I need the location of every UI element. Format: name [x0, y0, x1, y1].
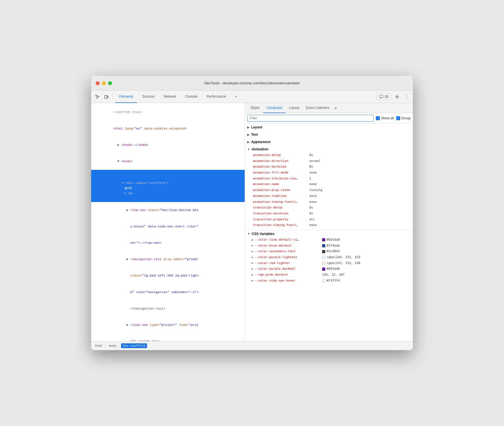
breadcrumb-scaffold[interactable]: div.scaffold — [121, 343, 147, 348]
maximize-button[interactable] — [108, 81, 112, 85]
animation-arrow-icon: ▼ — [247, 148, 250, 151]
css-section-text: ▶ Text — [245, 131, 413, 138]
appearance-arrow-icon: ▶ — [247, 140, 249, 144]
prop-animation-duration[interactable]: animation-duration 0s — [245, 164, 413, 170]
svg-rect-0 — [105, 95, 107, 98]
var-color-purple-lightest[interactable]: ▶ --color-purple-lightest rgba(243, 232,… — [245, 254, 413, 260]
css-variables-section: ▼ CSS Variables ▶ --color-link-default-v… — [245, 230, 413, 284]
html-line-scaffold[interactable]: … ▼ <div class="scaffold"> grid == $0 — [91, 170, 245, 202]
svg-rect-2 — [380, 95, 383, 98]
close-button[interactable] — [96, 81, 100, 85]
tab-styles[interactable]: Styles — [247, 103, 263, 113]
section-header-css-variables[interactable]: ▼ CSS Variables — [245, 231, 413, 237]
prop-animation-delay[interactable]: animation-delay 0s — [245, 152, 413, 158]
tab-sources[interactable]: Sources — [138, 91, 159, 103]
prop-transition-timing[interactable]: transition-timing-funct… ease — [245, 222, 413, 228]
traffic-lights — [96, 81, 112, 85]
tab-network[interactable]: Network — [160, 91, 180, 103]
feedback-button[interactable]: 15 — [376, 93, 391, 100]
prop-animation-fill-mode[interactable]: animation-fill-mode none — [245, 170, 413, 176]
var-color-link[interactable]: ▶ --color-link-default-vi… #681da8 — [245, 237, 413, 243]
color-swatch — [322, 250, 325, 253]
breadcrumb-body[interactable]: body — [107, 343, 118, 348]
more-tabs-button[interactable]: » — [231, 91, 241, 103]
var-color-red-lighter[interactable]: ▶ --color-red-lighter rgba(252, 232, 230 — [245, 260, 413, 266]
html-line-sidenav[interactable]: ▶ <side-nav type="project" view="proj — [91, 317, 245, 333]
html-line-head[interactable]: ▶ <head>…</head> — [91, 137, 245, 153]
color-swatch — [322, 279, 325, 282]
inspect-element-button[interactable] — [93, 93, 101, 101]
var-expand-icon: ▶ — [252, 255, 253, 260]
svg-rect-1 — [107, 96, 108, 98]
var-color-secondary-text[interactable]: ▶ --color-secondary-text #3c4043 — [245, 249, 413, 254]
filter-input[interactable] — [247, 115, 374, 122]
grid-badge: grid — [123, 186, 133, 191]
css-variables-arrow-icon: ▼ — [247, 232, 250, 235]
section-header-text[interactable]: ▶ Text — [245, 131, 413, 138]
html-line-navrail-4: </navigation-rail> — [91, 300, 245, 317]
tab-computed[interactable]: Computed — [263, 103, 286, 113]
color-swatch — [322, 262, 325, 265]
window-title: DevTools - developer.chrome.com/docs/dev… — [204, 81, 300, 85]
section-header-layout[interactable]: ▶ Layout — [245, 124, 413, 130]
var-color-side-nav-hover[interactable]: ▶ --color-side-nav-hover #f1f3f4 — [245, 278, 413, 284]
html-line-sidenav-2: t">…</side-nav> — [91, 333, 245, 341]
devtools-panel: Elements Sources Network Console Perform… — [91, 91, 413, 350]
prop-animation-name[interactable]: animation-name none — [245, 181, 413, 187]
html-line-doctype[interactable]: <!DOCTYPE html> — [91, 104, 245, 120]
color-swatch — [322, 238, 325, 241]
text-arrow-icon: ▶ — [247, 133, 249, 136]
show-all-checkbox[interactable]: ✓ Show all — [376, 116, 394, 120]
prop-transition-delay[interactable]: transition-delay 0s — [245, 205, 413, 211]
computed-panel: ✓ Show all ✓ Group ▶ Layout — [245, 113, 413, 341]
title-bar: DevTools - developer.chrome.com/docs/dev… — [91, 76, 413, 91]
breadcrumb-bar: html › body › div.scaffold — [91, 341, 413, 350]
var-expand-icon: ▶ — [252, 249, 253, 254]
tab-elements[interactable]: Elements — [115, 91, 137, 103]
toolbar-right: 15 ⋮ — [376, 93, 411, 101]
prop-animation-direction[interactable]: animation-direction normal — [245, 158, 413, 164]
section-header-appearance[interactable]: ▶ Appearance — [245, 139, 413, 145]
prop-transition-property[interactable]: transition-property all — [245, 217, 413, 223]
tab-performance[interactable]: Performance — [203, 91, 230, 103]
prop-transition-duration[interactable]: transition-duration 0s — [245, 211, 413, 217]
var-expand-icon: ▶ — [252, 243, 253, 248]
prop-animation-timing[interactable]: animation-timing-functi… ease — [245, 199, 413, 205]
html-line-topnav-3: ner">…</top-nav> — [91, 235, 245, 251]
html-line-navrail[interactable]: ▶ <navigation-rail aria-label="primar — [91, 251, 245, 267]
var-expand-icon: ▶ — [252, 238, 253, 242]
var-expand-icon: ▶ — [252, 261, 253, 265]
tab-event-listeners[interactable]: Event Listeners — [303, 103, 333, 113]
tab-console[interactable]: Console — [181, 91, 201, 103]
prop-animation-timeline[interactable]: animation-timeline auto — [245, 193, 413, 199]
color-swatch — [322, 244, 325, 247]
filter-row: ✓ Show all ✓ Group — [245, 113, 413, 124]
prop-animation-play-state[interactable]: animation-play-state running — [245, 187, 413, 193]
minimize-button[interactable] — [102, 81, 106, 85]
svg-point-3 — [396, 96, 398, 97]
prop-animation-iteration[interactable]: animation-iteration-cou… 1 — [245, 176, 413, 182]
device-toolbar-button[interactable] — [102, 93, 110, 101]
settings-button[interactable] — [393, 93, 401, 101]
layout-arrow-icon: ▶ — [247, 126, 249, 129]
html-line-body[interactable]: ▼ <body> — [91, 153, 245, 170]
html-line-navrail-2: class="lg:pad-left-200 lg:pad-right- — [91, 268, 245, 284]
section-header-animation[interactable]: ▼ Animation — [245, 146, 413, 152]
html-panel: <!DOCTYPE html> <html lang="en" data-coo… — [91, 103, 245, 341]
html-line-topnav[interactable]: ▶ <top-nav class="hairline-bottom dis — [91, 202, 245, 218]
main-toolbar: Elements Sources Network Console Perform… — [91, 91, 413, 103]
more-options-button[interactable]: ⋮ — [403, 93, 411, 101]
var-rgb-pink-darkest[interactable]: ▶ --rgb-pink-darkest 156, 22, 107 — [245, 272, 413, 278]
var-color-blue-darkest[interactable]: ▶ --color-blue-darkest #174ea6 — [245, 243, 413, 249]
var-expand-icon: ▶ — [252, 267, 253, 271]
var-color-purple-darkest[interactable]: ▶ --color-purple-darkest #681da8 — [245, 266, 413, 272]
html-line-html[interactable]: <html lang="en" data-cookies-accepted> — [91, 120, 245, 137]
var-expand-icon: ▶ — [252, 278, 253, 283]
right-more-tabs[interactable]: » — [333, 103, 339, 113]
group-checkbox[interactable]: ✓ Group — [396, 116, 411, 120]
breadcrumb-html[interactable]: html — [93, 343, 104, 348]
var-expand-icon: ▶ — [252, 273, 253, 277]
html-line-navrail-3: 0" role="navigation" tabindex="-1"> — [91, 284, 245, 300]
tab-layout[interactable]: Layout — [286, 103, 303, 113]
color-swatch — [322, 256, 325, 259]
